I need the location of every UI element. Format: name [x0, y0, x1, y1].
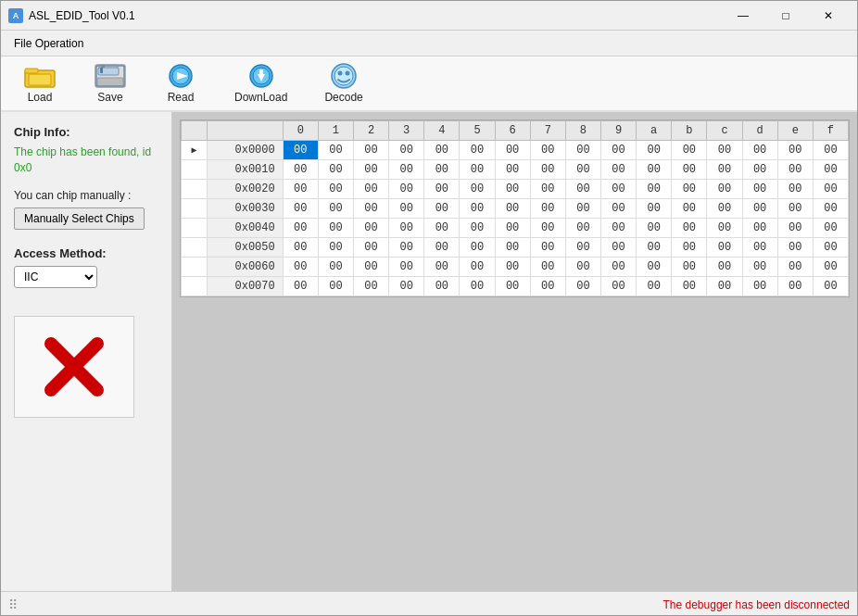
- hex-cell[interactable]: 00: [530, 199, 565, 219]
- hex-cell[interactable]: 00: [742, 160, 777, 180]
- hex-cell[interactable]: 00: [672, 160, 707, 180]
- hex-cell[interactable]: 00: [424, 199, 460, 219]
- hex-cell[interactable]: 00: [354, 141, 389, 160]
- hex-cell[interactable]: 00: [460, 199, 495, 219]
- download-button[interactable]: DownLoad: [227, 59, 295, 107]
- hex-cell[interactable]: 00: [600, 277, 636, 296]
- hex-cell[interactable]: 00: [637, 277, 672, 296]
- hex-cell[interactable]: 00: [672, 141, 707, 160]
- hex-cell[interactable]: 00: [495, 141, 530, 160]
- hex-cell[interactable]: 00: [813, 258, 848, 277]
- hex-cell[interactable]: 00: [354, 160, 389, 180]
- hex-cell[interactable]: 00: [389, 258, 424, 277]
- hex-cell[interactable]: 00: [530, 277, 565, 296]
- hex-cell[interactable]: 00: [565, 199, 600, 219]
- hex-cell[interactable]: 00: [283, 277, 318, 296]
- hex-cell[interactable]: 00: [565, 277, 600, 296]
- hex-cell[interactable]: 00: [460, 180, 495, 199]
- hex-cell[interactable]: 00: [424, 160, 460, 180]
- hex-cell[interactable]: 00: [283, 199, 318, 219]
- read-button[interactable]: Read: [157, 59, 205, 107]
- hex-cell[interactable]: 00: [742, 219, 777, 238]
- hex-cell[interactable]: 00: [318, 258, 353, 277]
- hex-cell[interactable]: 00: [565, 141, 600, 160]
- hex-cell[interactable]: 00: [707, 180, 742, 199]
- hex-cell[interactable]: 00: [777, 180, 813, 199]
- hex-cell[interactable]: 00: [318, 238, 353, 258]
- hex-cell[interactable]: 00: [389, 160, 424, 180]
- hex-cell[interactable]: 00: [600, 180, 636, 199]
- hex-cell[interactable]: 00: [283, 160, 318, 180]
- hex-cell[interactable]: 00: [389, 238, 424, 258]
- hex-cell[interactable]: 00: [318, 160, 353, 180]
- hex-cell[interactable]: 00: [777, 141, 813, 160]
- load-button[interactable]: Load: [16, 59, 64, 107]
- hex-cell[interactable]: 00: [637, 141, 672, 160]
- decode-button[interactable]: Decode: [317, 59, 370, 107]
- hex-cell[interactable]: 00: [318, 199, 353, 219]
- hex-cell[interactable]: 00: [777, 219, 813, 238]
- hex-cell[interactable]: 00: [813, 277, 848, 296]
- hex-cell[interactable]: 00: [637, 219, 672, 238]
- hex-cell[interactable]: 00: [354, 180, 389, 199]
- hex-cell[interactable]: 00: [707, 219, 742, 238]
- hex-cell[interactable]: 00: [354, 219, 389, 238]
- hex-cell[interactable]: 00: [318, 277, 353, 296]
- hex-cell[interactable]: 00: [777, 258, 813, 277]
- hex-cell[interactable]: 00: [283, 180, 318, 199]
- hex-cell[interactable]: 00: [813, 141, 848, 160]
- hex-cell[interactable]: 00: [672, 219, 707, 238]
- hex-cell[interactable]: 00: [424, 219, 460, 238]
- hex-cell[interactable]: 00: [318, 141, 353, 160]
- hex-cell[interactable]: 00: [742, 238, 777, 258]
- hex-cell[interactable]: 00: [283, 258, 318, 277]
- hex-cell[interactable]: 00: [530, 141, 565, 160]
- hex-cell[interactable]: 00: [460, 238, 495, 258]
- close-button[interactable]: ✕: [807, 1, 850, 31]
- hex-cell[interactable]: 00: [460, 141, 495, 160]
- hex-cell[interactable]: 00: [637, 258, 672, 277]
- hex-cell[interactable]: 00: [495, 277, 530, 296]
- hex-cell[interactable]: 00: [354, 277, 389, 296]
- hex-cell[interactable]: 00: [600, 258, 636, 277]
- hex-cell[interactable]: 00: [495, 219, 530, 238]
- hex-cell[interactable]: 00: [600, 238, 636, 258]
- hex-cell[interactable]: 00: [495, 238, 530, 258]
- hex-cell[interactable]: 00: [672, 180, 707, 199]
- hex-cell[interactable]: 00: [742, 199, 777, 219]
- manually-select-chips-button[interactable]: Manually Select Chips: [14, 207, 145, 230]
- hex-cell[interactable]: 00: [565, 219, 600, 238]
- hex-cell[interactable]: 00: [777, 277, 813, 296]
- hex-cell[interactable]: 00: [742, 258, 777, 277]
- hex-cell[interactable]: 00: [354, 199, 389, 219]
- hex-cell[interactable]: 00: [565, 238, 600, 258]
- hex-cell[interactable]: 00: [600, 199, 636, 219]
- hex-cell[interactable]: 00: [672, 238, 707, 258]
- hex-cell[interactable]: 00: [530, 180, 565, 199]
- hex-cell[interactable]: 00: [460, 160, 495, 180]
- hex-cell[interactable]: 00: [637, 180, 672, 199]
- hex-cell[interactable]: 00: [707, 258, 742, 277]
- hex-cell[interactable]: 00: [813, 180, 848, 199]
- menu-item-file-operation[interactable]: File Operation: [5, 33, 93, 54]
- hex-cell[interactable]: 00: [460, 277, 495, 296]
- hex-cell[interactable]: 00: [389, 277, 424, 296]
- hex-cell[interactable]: 00: [813, 219, 848, 238]
- hex-cell[interactable]: 00: [389, 180, 424, 199]
- hex-cell[interactable]: 00: [530, 258, 565, 277]
- hex-cell[interactable]: 00: [777, 238, 813, 258]
- hex-cell[interactable]: 00: [777, 199, 813, 219]
- hex-cell[interactable]: 00: [777, 160, 813, 180]
- hex-cell[interactable]: 00: [389, 141, 424, 160]
- access-method-select[interactable]: IIC SPI: [14, 266, 97, 288]
- hex-cell[interactable]: 00: [707, 141, 742, 160]
- hex-cell[interactable]: 00: [565, 180, 600, 199]
- hex-cell[interactable]: 00: [707, 199, 742, 219]
- hex-cell[interactable]: 00: [318, 180, 353, 199]
- hex-cell[interactable]: 00: [672, 199, 707, 219]
- hex-cell[interactable]: 00: [530, 160, 565, 180]
- hex-cell[interactable]: 00: [600, 160, 636, 180]
- hex-cell[interactable]: 00: [672, 277, 707, 296]
- hex-cell[interactable]: 00: [495, 258, 530, 277]
- hex-cell[interactable]: 00: [424, 258, 460, 277]
